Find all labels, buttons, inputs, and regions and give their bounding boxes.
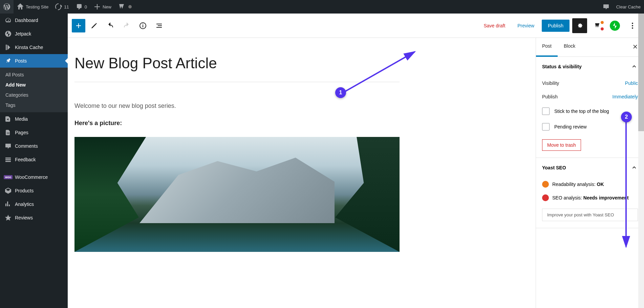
- chevron-up-icon: [630, 63, 638, 70]
- jetpack-icon: [5, 30, 12, 37]
- outline-button[interactable]: [152, 18, 167, 33]
- sidebar-item-dashboard[interactable]: Dashboard: [0, 14, 68, 27]
- sidebar-label: Jetpack: [15, 31, 31, 37]
- paragraph-block-bold[interactable]: Here's a picture:: [74, 120, 400, 127]
- pending-label: Pending review: [554, 124, 587, 129]
- seo-text: SEO analysis: Needs improvement: [552, 195, 629, 200]
- admin-sidebar: Dashboard Jetpack Kinsta Cache Posts All…: [0, 14, 68, 308]
- move-trash-button[interactable]: Move to trash: [542, 139, 581, 151]
- undo-button[interactable]: [103, 18, 118, 33]
- stick-checkbox[interactable]: [542, 108, 550, 115]
- annotation-marker-1: 1: [335, 87, 346, 98]
- sidebar-label: Kinsta Cache: [15, 45, 43, 50]
- add-block-button[interactable]: [72, 19, 85, 32]
- edit-mode-button[interactable]: [87, 18, 102, 33]
- paragraph-block[interactable]: Welcome to our new blog post series.: [74, 102, 400, 110]
- sidebar-item-feedback[interactable]: Feedback: [0, 153, 68, 166]
- sidebar-label: Products: [15, 188, 34, 193]
- updates-link[interactable]: 11: [52, 0, 72, 14]
- yoast-status-dot: [128, 5, 132, 8]
- info-button[interactable]: [135, 18, 150, 33]
- submenu-add-new[interactable]: Add New: [0, 80, 68, 90]
- svg-point-3: [632, 25, 633, 26]
- publish-label: Publish: [542, 94, 613, 99]
- sidebar-item-products[interactable]: Products: [0, 184, 68, 197]
- stick-label: Stick to the top of the blog: [554, 109, 609, 114]
- yoast-adminbar[interactable]: [115, 0, 135, 14]
- sidebar-label: Feedback: [15, 157, 36, 162]
- settings-scrollbar[interactable]: [638, 38, 644, 308]
- comments-link[interactable]: 0: [72, 0, 90, 14]
- sidebar-item-posts[interactable]: Posts: [0, 54, 68, 68]
- sidebar-label: Pages: [15, 130, 28, 135]
- media-icon: [5, 116, 12, 122]
- sidebar-item-comments[interactable]: Comments: [0, 139, 68, 153]
- sidebar-item-kinsta[interactable]: Kinsta Cache: [0, 41, 68, 54]
- section-title: Status & visibility: [542, 64, 582, 69]
- sidebar-item-media[interactable]: Media: [0, 112, 68, 126]
- readability-face-icon: [542, 181, 549, 188]
- home-icon: [17, 3, 24, 10]
- tab-post[interactable]: Post: [536, 38, 558, 57]
- yoast-section-header[interactable]: Yoast SEO: [536, 158, 644, 177]
- image-block[interactable]: [74, 137, 400, 252]
- status-visibility-header[interactable]: Status & visibility: [536, 57, 644, 76]
- settings-toggle-button[interactable]: [572, 18, 587, 33]
- visibility-label: Visibility: [542, 80, 625, 86]
- wp-logo[interactable]: [0, 0, 14, 14]
- plus-icon: [94, 3, 101, 10]
- submenu-all-posts[interactable]: All Posts: [0, 70, 68, 80]
- more-options-button[interactable]: [625, 18, 640, 33]
- sidebar-label: Posts: [15, 58, 27, 64]
- sidebar-item-analytics[interactable]: Analytics: [0, 197, 68, 211]
- analytics-icon: [5, 201, 12, 208]
- new-label: New: [103, 4, 111, 9]
- sidebar-label: Media: [15, 116, 28, 122]
- pin-icon: [5, 57, 12, 64]
- editor-canvas[interactable]: New Blog Post Article Welcome to our new…: [68, 38, 536, 308]
- improve-yoast-card[interactable]: Improve your post with Yoast SEO: [542, 209, 638, 221]
- comments-notif[interactable]: [599, 0, 613, 14]
- clear-cache-link[interactable]: Clear Cache: [613, 0, 644, 14]
- adminbar-site-name: Testing Site: [26, 4, 48, 9]
- redo-button[interactable]: [119, 18, 134, 33]
- sidebar-label: Analytics: [15, 202, 34, 207]
- clear-cache-label: Clear Cache: [616, 4, 641, 9]
- dashboard-icon: [5, 17, 12, 24]
- yoast-button[interactable]: [590, 18, 605, 33]
- yoast-readability-dot: [601, 21, 604, 24]
- publish-button[interactable]: Publish: [542, 20, 570, 32]
- site-name-link[interactable]: Testing Site: [14, 0, 52, 14]
- annotation-marker-2: 2: [621, 112, 632, 122]
- svg-point-2: [632, 23, 633, 24]
- preview-button[interactable]: Preview: [513, 20, 539, 31]
- section-title: Yoast SEO: [542, 165, 566, 170]
- sidebar-label: Dashboard: [15, 18, 38, 23]
- sidebar-item-jetpack[interactable]: Jetpack: [0, 27, 68, 41]
- block-editor: Save draft Preview Publish: [68, 14, 644, 308]
- tab-block[interactable]: Block: [558, 38, 581, 56]
- comment-icon: [603, 3, 609, 10]
- submenu-categories[interactable]: Categories: [0, 90, 68, 100]
- sidebar-item-woocommerce[interactable]: woo WooCommerce: [0, 170, 68, 184]
- pending-checkbox[interactable]: [542, 123, 550, 131]
- chevron-up-icon: [630, 164, 638, 171]
- wp-admin-bar: Testing Site 11 0 New: [0, 0, 644, 14]
- post-title[interactable]: New Blog Post Article: [74, 55, 400, 82]
- update-icon: [55, 3, 62, 10]
- svg-point-4: [632, 27, 633, 29]
- kinsta-icon: [5, 44, 12, 51]
- submenu-tags[interactable]: Tags: [0, 100, 68, 110]
- sidebar-label: WooCommerce: [15, 174, 48, 180]
- save-draft-button[interactable]: Save draft: [479, 20, 510, 31]
- publish-value[interactable]: Immediately: [613, 94, 638, 99]
- seo-face-icon: [542, 194, 549, 201]
- new-content-link[interactable]: New: [90, 0, 115, 14]
- star-icon: [5, 214, 12, 221]
- sidebar-item-pages[interactable]: Pages: [0, 126, 68, 139]
- visibility-value[interactable]: Public: [625, 80, 638, 86]
- sidebar-item-reviews[interactable]: Reviews: [0, 211, 68, 224]
- settings-panel: Post Block Status & visibility Visibilit…: [536, 38, 644, 308]
- editor-toolbar: Save draft Preview Publish: [68, 14, 644, 38]
- jetpack-button[interactable]: [607, 18, 622, 33]
